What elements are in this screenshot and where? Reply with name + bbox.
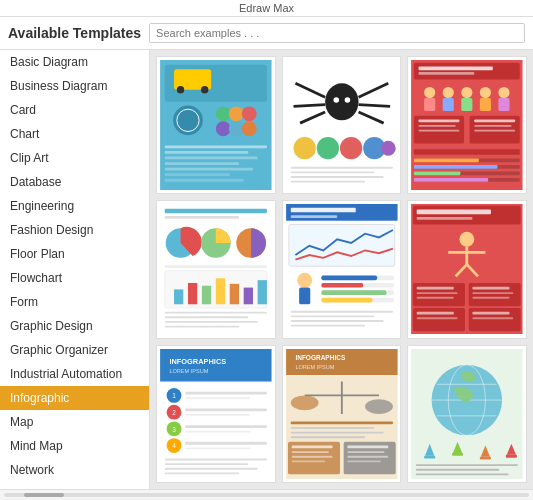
svg-rect-128 [417,318,458,320]
svg-rect-137 [185,392,267,395]
svg-rect-13 [165,146,267,149]
svg-point-45 [443,87,454,98]
sidebar-item-map[interactable]: Map [0,410,149,434]
template-card-8[interactable]: INFOGRAPHICS LOREM IPSUM [282,345,402,483]
svg-rect-153 [165,468,258,470]
header: Available Templates [0,17,533,50]
sidebar-item-org-chart[interactable]: Organizational Chart [0,482,149,489]
svg-rect-50 [480,98,491,111]
svg-rect-41 [419,67,493,71]
svg-rect-44 [424,98,435,111]
svg-rect-99 [321,283,363,288]
svg-rect-71 [165,209,267,214]
sidebar-item-form[interactable]: Form [0,290,149,314]
app-bar: Edraw Max [0,0,533,17]
search-input[interactable] [149,23,525,43]
svg-rect-18 [165,173,230,176]
svg-point-10 [216,121,231,136]
sidebar-item-industrial-automation[interactable]: Industrial Automation [0,362,149,386]
svg-rect-123 [417,297,454,299]
sidebar-item-fashion-design[interactable]: Fashion Design [0,218,149,242]
template-card-5[interactable] [282,200,402,338]
svg-rect-165 [290,431,383,433]
sidebar-item-business-diagram[interactable]: Business Diagram [0,74,149,98]
svg-rect-190 [506,455,517,458]
svg-point-31 [316,137,338,159]
svg-point-4 [201,86,208,93]
svg-rect-61 [414,149,520,155]
svg-rect-175 [347,456,388,458]
svg-text:3: 3 [172,425,176,432]
svg-rect-85 [165,312,267,314]
sidebar-item-clip-art[interactable]: Clip Art [0,146,149,170]
svg-line-23 [293,105,325,107]
svg-rect-78 [174,290,183,305]
svg-rect-142 [185,414,250,416]
content-area: Basic Diagram Business Diagram Card Char… [0,50,533,489]
sidebar-item-flowchart[interactable]: Flowchart [0,266,149,290]
sidebar-item-graphic-organizer[interactable]: Graphic Organizer [0,338,149,362]
page-title: Available Templates [8,25,141,41]
svg-point-112 [460,232,475,247]
svg-rect-35 [290,167,392,169]
template-card-1[interactable] [156,56,276,194]
template-card-2[interactable] [282,56,402,194]
template-card-7[interactable]: INFOGRAPHICS LOREM IPSUM 1 2 3 [156,345,276,483]
sidebar-item-network[interactable]: Network [0,458,149,482]
svg-rect-120 [469,308,521,331]
svg-rect-164 [290,427,374,429]
svg-text:4: 4 [172,442,176,449]
sidebar-item-mind-map[interactable]: Mind Map [0,434,149,458]
svg-point-161 [290,395,318,410]
svg-rect-193 [416,473,509,475]
svg-rect-126 [473,297,510,299]
svg-rect-89 [286,204,397,334]
template-card-9[interactable] [407,345,527,483]
template-card-4[interactable] [156,200,276,338]
svg-rect-14 [165,151,249,154]
svg-rect-17 [165,168,253,171]
svg-rect-79 [188,283,197,304]
template-card-6[interactable] [407,200,527,338]
svg-rect-55 [419,120,460,123]
svg-rect-124 [473,287,510,290]
svg-text:LOREM IPSUM: LOREM IPSUM [295,364,334,370]
svg-rect-130 [473,318,514,320]
template-card-3[interactable] [407,56,527,194]
sidebar-item-basic-diagram[interactable]: Basic Diagram [0,50,149,74]
svg-rect-109 [413,206,521,225]
svg-rect-122 [417,293,458,295]
svg-text:2: 2 [172,409,176,416]
svg-point-34 [380,141,395,156]
sidebar-item-graphic-design[interactable]: Graphic Design [0,314,149,338]
svg-rect-110 [417,210,491,215]
svg-point-32 [340,137,362,159]
svg-rect-65 [414,165,498,169]
svg-rect-20 [286,60,397,190]
svg-rect-192 [416,469,500,471]
svg-rect-169 [291,445,332,448]
svg-rect-93 [289,225,395,267]
svg-rect-82 [230,284,239,304]
sidebar-item-floor-plan[interactable]: Floor Plan [0,242,149,266]
sidebar-item-infographic[interactable]: Infographic [0,386,149,410]
svg-rect-146 [185,431,250,433]
sidebar-item-chart[interactable]: Chart [0,122,149,146]
svg-rect-40 [414,63,520,80]
svg-rect-80 [202,286,211,305]
svg-rect-156 [286,349,397,375]
sidebar-item-database[interactable]: Database [0,170,149,194]
svg-rect-149 [185,442,267,445]
svg-rect-70 [160,204,271,334]
svg-rect-38 [290,181,364,183]
bottom-scrollbar[interactable] [0,489,533,499]
svg-point-7 [216,107,231,122]
svg-rect-92 [290,216,336,219]
scroll-thumb[interactable] [24,493,64,497]
sidebar-item-engineering[interactable]: Engineering [0,194,149,218]
svg-rect-121 [417,287,454,290]
svg-rect-151 [165,458,267,460]
svg-rect-172 [291,460,324,462]
sidebar-item-card[interactable]: Card [0,98,149,122]
svg-rect-150 [185,447,250,449]
